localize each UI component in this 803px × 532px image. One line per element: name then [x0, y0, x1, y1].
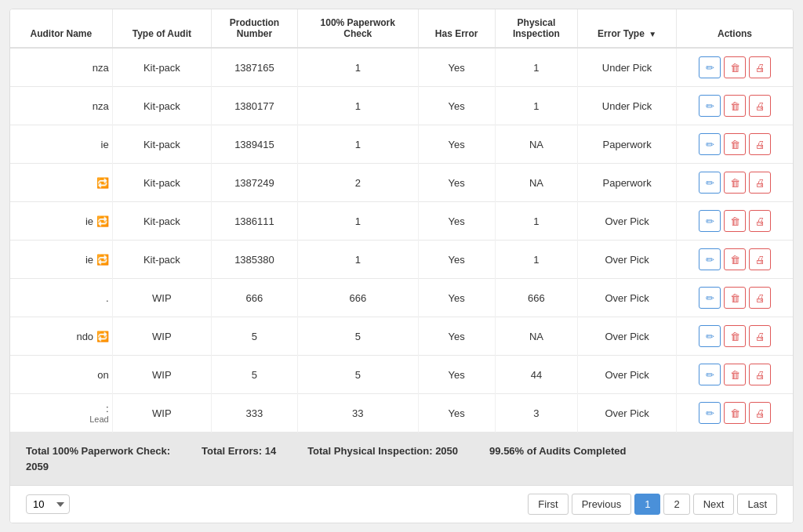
per-page-select[interactable]: 102550100 — [26, 494, 70, 514]
cell-type: WIP — [112, 279, 211, 317]
cell-paperwork: 1 — [297, 87, 418, 125]
cell-auditor: nza — [10, 87, 112, 125]
table-row: onWIP55Yes44Over Pick ✏ 🗑 🖨 — [10, 356, 793, 394]
delete-button[interactable]: 🗑 — [724, 210, 746, 232]
delete-button[interactable]: 🗑 — [724, 287, 746, 309]
audit-table: Auditor Name Type of Audit ProductionNum… — [10, 9, 793, 432]
table-row: :LeadWIP33333Yes3Over Pick ✏ 🗑 🖨 — [10, 394, 793, 432]
edit-button[interactable]: ✏ — [699, 133, 721, 155]
table-row: nzaKit-pack13871651Yes1Under Pick ✏ 🗑 🖨 — [10, 48, 793, 87]
table-row: 🔁Kit-pack13872492YesNAPaperwork ✏ 🗑 🖨 — [10, 164, 793, 202]
cell-type: WIP — [112, 356, 211, 394]
cell-actions: ✏ 🗑 🖨 — [677, 164, 793, 202]
delete-button[interactable]: 🗑 — [724, 56, 746, 78]
cell-paperwork: 5 — [297, 317, 418, 356]
cell-prod-num: 5 — [212, 317, 298, 356]
cell-type: Kit-pack — [112, 125, 211, 164]
print-button[interactable]: 🖨 — [749, 248, 771, 270]
cell-type: WIP — [112, 394, 211, 432]
cell-actions: ✏ 🗑 🖨 — [677, 394, 793, 432]
cell-prod-num: 1380177 — [212, 87, 298, 125]
col-production-number: ProductionNumber — [212, 9, 298, 48]
cell-auditor: ie 🔁 — [10, 202, 112, 241]
print-button[interactable]: 🖨 — [749, 210, 771, 232]
print-button[interactable]: 🖨 — [749, 402, 771, 424]
edit-button[interactable]: ✏ — [699, 248, 721, 270]
col-error-type[interactable]: Error Type ▼ — [578, 9, 677, 48]
pagination-controls: FirstPrevious12NextLast — [528, 494, 777, 515]
cell-prod-num: 5 — [212, 356, 298, 394]
table-row: ie 🔁Kit-pack13861111Yes1Over Pick ✏ 🗑 🖨 — [10, 202, 793, 241]
cell-paperwork: 2 — [297, 164, 418, 202]
cell-paperwork: 1 — [297, 202, 418, 241]
cell-type: Kit-pack — [112, 48, 211, 87]
cell-prod-num: 333 — [212, 394, 298, 432]
print-button[interactable]: 🖨 — [749, 364, 771, 385]
cell-type: Kit-pack — [112, 202, 211, 241]
delete-button[interactable]: 🗑 — [724, 325, 746, 347]
delete-button[interactable]: 🗑 — [724, 172, 746, 194]
cell-has-error: Yes — [418, 356, 495, 394]
cell-error-type: Under Pick — [578, 87, 677, 125]
table-row: ndo 🔁WIP55YesNAOver Pick ✏ 🗑 🖨 — [10, 317, 793, 356]
print-button[interactable]: 🖨 — [749, 325, 771, 347]
cell-error-type: Over Pick — [578, 241, 677, 279]
cell-prod-num: 1387249 — [212, 164, 298, 202]
page-num-1-button[interactable]: 1 — [634, 494, 660, 515]
edit-button[interactable]: ✏ — [699, 325, 721, 347]
delete-button[interactable]: 🗑 — [724, 133, 746, 155]
cell-error-type: Over Pick — [578, 317, 677, 356]
edit-button[interactable]: ✏ — [699, 210, 721, 232]
print-button[interactable]: 🖨 — [749, 172, 771, 194]
table-header-row: Auditor Name Type of Audit ProductionNum… — [10, 9, 793, 48]
edit-button[interactable]: ✏ — [699, 95, 721, 117]
print-button[interactable]: 🖨 — [749, 95, 771, 117]
edit-button[interactable]: ✏ — [699, 56, 721, 78]
cell-actions: ✏ 🗑 🖨 — [677, 125, 793, 164]
print-button[interactable]: 🖨 — [749, 56, 771, 78]
cell-type: Kit-pack — [112, 241, 211, 279]
sort-arrow-icon: ▼ — [649, 30, 656, 38]
delete-button[interactable]: 🗑 — [724, 95, 746, 117]
page-next-button[interactable]: Next — [693, 494, 735, 515]
cell-error-type: Paperwork — [578, 125, 677, 164]
stat-completed: 99.56% of Audits Completed — [489, 443, 626, 474]
edit-button[interactable]: ✏ — [699, 402, 721, 424]
col-auditor-name: Auditor Name — [10, 9, 112, 48]
cell-paperwork: 1 — [297, 48, 418, 87]
cell-physical: 1 — [495, 48, 577, 87]
cell-prod-num: 1387165 — [212, 48, 298, 87]
page-num-2-button[interactable]: 2 — [663, 494, 689, 515]
cell-prod-num: 666 — [212, 279, 298, 317]
cell-has-error: Yes — [418, 317, 495, 356]
print-button[interactable]: 🖨 — [749, 287, 771, 309]
cell-physical: 44 — [495, 356, 577, 394]
cell-physical: 666 — [495, 279, 577, 317]
cell-actions: ✏ 🗑 🖨 — [677, 87, 793, 125]
cell-auditor: :Lead — [10, 394, 112, 432]
cell-has-error: Yes — [418, 164, 495, 202]
cell-paperwork: 5 — [297, 356, 418, 394]
cell-auditor: 🔁 — [10, 164, 112, 202]
cell-paperwork: 1 — [297, 125, 418, 164]
edit-button[interactable]: ✏ — [699, 172, 721, 194]
cell-error-type: Over Pick — [578, 279, 677, 317]
pagination-bar: 102550100 FirstPrevious12NextLast — [10, 485, 793, 523]
cell-error-type: Under Pick — [578, 48, 677, 87]
delete-button[interactable]: 🗑 — [724, 364, 746, 385]
print-button[interactable]: 🖨 — [749, 133, 771, 155]
table-row: ie 🔁Kit-pack13853801Yes1Over Pick ✏ 🗑 🖨 — [10, 241, 793, 279]
edit-button[interactable]: ✏ — [699, 364, 721, 385]
cell-type: Kit-pack — [112, 164, 211, 202]
stat-errors: Total Errors: 14 — [202, 443, 276, 474]
edit-button[interactable]: ✏ — [699, 287, 721, 309]
delete-button[interactable]: 🗑 — [724, 248, 746, 270]
delete-button[interactable]: 🗑 — [724, 402, 746, 424]
cell-auditor: nza — [10, 48, 112, 87]
page-last-button[interactable]: Last — [737, 494, 777, 515]
page-prev-button[interactable]: Previous — [572, 494, 632, 515]
cell-has-error: Yes — [418, 202, 495, 241]
cell-physical: NA — [495, 164, 577, 202]
table-wrapper: Auditor Name Type of Audit ProductionNum… — [10, 9, 793, 432]
page-first-button[interactable]: First — [528, 494, 568, 515]
